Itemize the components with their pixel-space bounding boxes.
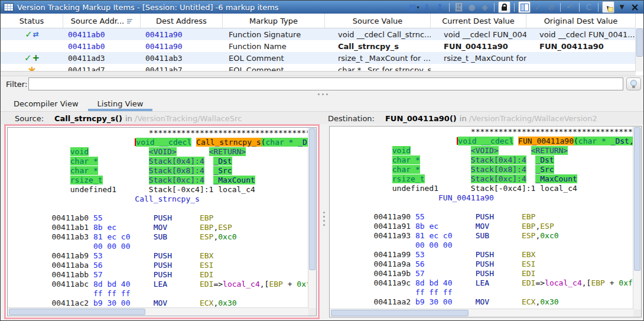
listing-line: char * Stack[0x4]:4 _Dst	[332, 155, 633, 165]
destination-vscroll-thumb[interactable]	[634, 127, 640, 271]
source-address-cell: 00411ab0	[63, 30, 141, 39]
toolbar-separator	[494, 3, 495, 12]
listing-line: rsize_t Stack[0xc]:4 _MaxCount	[332, 174, 633, 184]
sort-icon	[127, 18, 132, 24]
listing-line: char * Stack[0x8]:4 _Src	[332, 165, 633, 174]
close-icon[interactable]: ×	[629, 2, 640, 12]
lock-icon[interactable]	[498, 1, 510, 13]
markup-items-table: StatusSource Addr...Dest AddressMarkup T…	[1, 14, 643, 76]
column-header-status[interactable]: Status	[1, 14, 63, 28]
dual-listing-panels: ****************************************…	[1, 124, 643, 320]
source-horizontal-scrollbar[interactable]	[8, 307, 308, 316]
filter-columns-icon[interactable]: ▦▾	[408, 2, 419, 12]
markup-item-row[interactable]: ✓⇄00411ab000411a90Function Signaturevoid…	[1, 28, 643, 40]
listing-line: void __cdecl FUN_00411a90(char * _Dst, c…	[332, 137, 633, 146]
source-vertical-scrollbar[interactable]	[308, 128, 316, 308]
column-label: Original Dest Value	[544, 17, 618, 25]
column-header-source-addr[interactable]: Source Addr...	[63, 14, 141, 28]
destination-listing-panel[interactable]: ****************************************…	[329, 126, 642, 317]
destination-hscroll-thumb[interactable]	[331, 310, 469, 316]
column-header-dest-address[interactable]: Dest Address	[141, 14, 223, 28]
listing-line: 00411a9b 57 PUSH EDI	[332, 269, 633, 278]
table-up-icon[interactable]: ⇑	[434, 2, 445, 12]
column-header-original-dest-value[interactable]: Original Dest Value	[526, 14, 636, 28]
column-header-markup-type[interactable]: Markup Type	[223, 14, 325, 28]
listing-line: 00411ab0 55 PUSH EBP	[10, 213, 308, 223]
listing-line: 00 00 00	[10, 242, 308, 251]
markup-item-row[interactable]: ✓+00411ad300411ab3EOL Commentrsize_t _Ma…	[1, 52, 643, 64]
column-header-source-value[interactable]: Source Value	[325, 14, 431, 28]
listing-line: 00411a9a 56 PUSH ESI	[332, 260, 633, 269]
listing-line: 00411ac2 b9 30 00 MOV ECX,0x30	[10, 299, 308, 307]
vertical-splitter[interactable]	[320, 124, 329, 320]
source-listing-content: ****************************************…	[10, 128, 308, 307]
original-dest-value-cell: void __cdecl FUN_0041...	[526, 30, 636, 39]
original-dest-value-cell: FUN_00411a90	[526, 42, 636, 51]
listing-line: ****************************************…	[10, 128, 308, 138]
horizontal-splitter[interactable]	[1, 92, 643, 96]
scrollbar-corner	[633, 309, 641, 317]
listing-line: void <VOID> <RETURN>	[332, 146, 633, 155]
markup-type-cell: EOL Comment	[223, 54, 325, 63]
listing-line: FUN_00411a90	[332, 193, 633, 203]
listing-line	[10, 204, 308, 213]
st-plus-icon: +	[32, 54, 40, 63]
listing-line: ff ff ff	[10, 289, 308, 299]
table-down-icon[interactable]: ⇓	[421, 2, 432, 12]
destination-listing-header: Destination: FUN_00411a90() in /VersionT…	[320, 112, 643, 125]
selection-cursor-icon[interactable]: ▲	[602, 1, 614, 13]
markup-type-cell: Function Name	[223, 42, 325, 51]
listing-line: 00411aba 56 PUSH ESI	[10, 261, 308, 270]
listing-line: ****************************************…	[332, 127, 633, 137]
current-dest-value-cell: rsize_t _MaxCount for s...	[431, 54, 526, 63]
column-label: Status	[19, 17, 44, 25]
listing-line: undefined1 Stack[-0xc4]:1 local_c4	[332, 184, 633, 193]
panel-headers: Source: Call_strncpy_s() in /VersionTrac…	[1, 111, 643, 125]
scrollbar-corner	[308, 308, 316, 316]
table-vscroll-thumb[interactable]	[636, 28, 643, 57]
filter-input[interactable]	[28, 77, 623, 90]
reject-markup-icon: ⊘	[545, 2, 557, 12]
filter-options-button[interactable]	[626, 77, 641, 90]
table-vertical-scrollbar[interactable]	[635, 28, 643, 72]
listing-line: 00411a9c 8d bd 40 LEA EDI=>local_c4,[EBP…	[332, 278, 633, 288]
toolbar-separator	[598, 3, 599, 12]
menu-caret-icon[interactable]: ▼	[616, 2, 627, 12]
listing-line: 00411abb 57 PUSH EDI	[10, 270, 308, 280]
filter-label: Filter:	[6, 80, 27, 89]
st-swap-icon: ⇄	[33, 31, 39, 38]
column-label: Current Dest Value	[442, 17, 515, 25]
clear-markup-icon: C	[583, 2, 594, 12]
markup-item-row[interactable]: 00411ab000411a90Function NameCall_strncp…	[1, 40, 643, 52]
source-in-word: in	[125, 114, 132, 123]
st-check-icon: ✓	[25, 30, 32, 39]
listing-line: 00411ab9 53 PUSH EBX	[10, 251, 308, 261]
split-view-icon[interactable]	[518, 1, 531, 13]
listing-line: 00411a93 81 ec c0 SUB ESP,0xc0	[332, 231, 633, 241]
tab-listing-view[interactable]: Listing View	[88, 96, 153, 111]
splitter-dots	[323, 212, 325, 213]
lightbulb-icon	[630, 80, 638, 89]
tab-decompiler-view[interactable]: Decompiler View	[4, 96, 88, 111]
source-value-cell: Call_strncpy_s	[325, 42, 431, 51]
title-bar[interactable]: Version Tracking Markup Items - [Session…	[1, 1, 643, 14]
listing-line: 00411abc 8d bd 40 LEA EDI=>local_c4,[EBP…	[10, 280, 308, 289]
listing-line: void __cdecl Call_strncpy_s(char * _Dst,…	[10, 138, 308, 147]
source-vscroll-thumb[interactable]	[309, 128, 316, 270]
listing-line	[332, 203, 633, 212]
current-dest-value-cell: FUN_00411a90	[431, 42, 526, 51]
source-hscroll-thumb[interactable]	[9, 309, 145, 315]
destination-horizontal-scrollbar[interactable]	[330, 309, 633, 317]
column-header-current-dest-value[interactable]: Current Dest Value	[431, 14, 526, 28]
listing-line: ff ff ff	[332, 288, 633, 297]
circle-icon: ●	[466, 2, 477, 12]
source-listing-panel[interactable]: ****************************************…	[4, 124, 320, 319]
status-cell: ✓⇄	[1, 30, 63, 39]
listing-line: char * Stack[0x8]:4 _Src	[10, 166, 308, 176]
listing-line: 00 00 00	[332, 241, 633, 250]
markup-type-cell: Function Signature	[223, 30, 325, 39]
destination-listing-content: ****************************************…	[332, 127, 633, 309]
destination-vertical-scrollbar[interactable]	[633, 127, 641, 309]
diamond-icon: ◆	[479, 2, 490, 12]
table-horizontal-scrollbar[interactable]	[1, 71, 636, 76]
